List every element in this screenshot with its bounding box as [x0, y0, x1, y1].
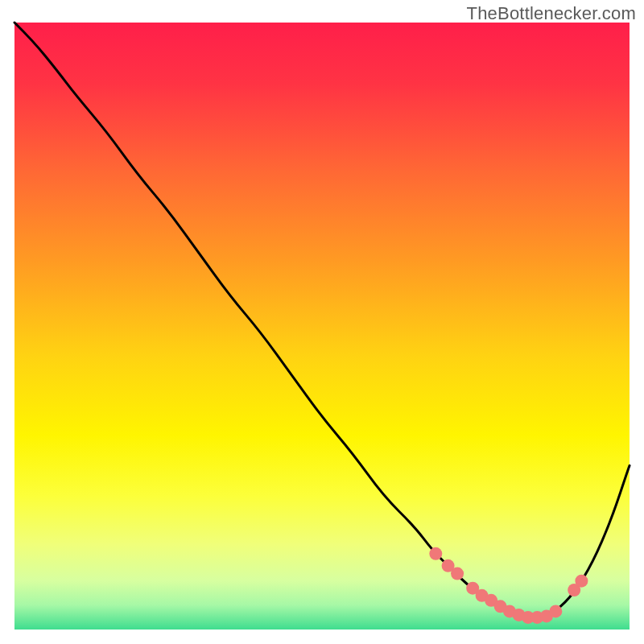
- bead-point: [451, 568, 464, 580]
- bead-point: [575, 575, 588, 588]
- bottleneck-curve-chart: [0, 0, 644, 644]
- chart-stage: TheBottlenecker.com: [0, 0, 644, 644]
- gradient-background: [14, 23, 630, 630]
- bead-point: [549, 605, 562, 617]
- bead-point: [429, 547, 442, 560]
